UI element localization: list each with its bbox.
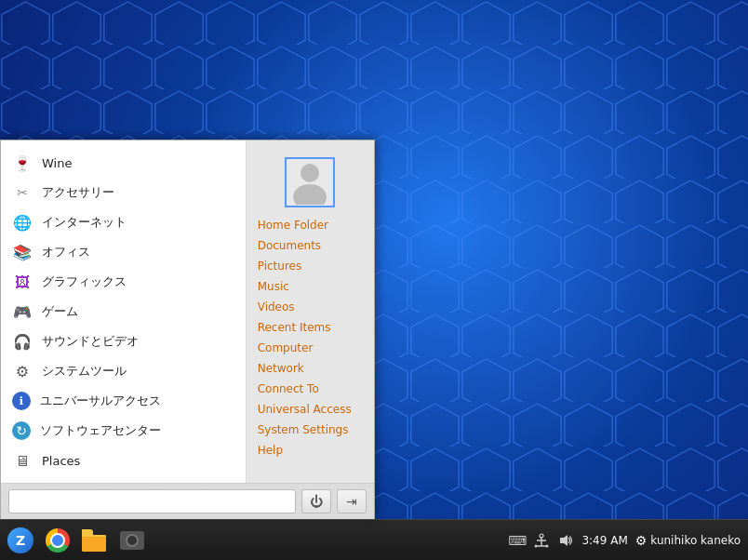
software-icon: ↻ bbox=[12, 421, 31, 440]
zorin-icon: Z bbox=[7, 527, 33, 553]
app-label-internet: インターネット bbox=[42, 214, 127, 231]
place-item-music[interactable]: Music bbox=[247, 276, 374, 297]
app-item-sound[interactable]: 🎧 サウンドとビデオ bbox=[1, 327, 246, 356]
user-avatar-area bbox=[247, 148, 374, 215]
power-button[interactable]: ⏻ bbox=[301, 489, 331, 513]
graphics-icon: 🖼 bbox=[12, 272, 33, 292]
webcam-icon bbox=[120, 531, 144, 550]
app-label-software: ソフトウェアセンター bbox=[40, 422, 161, 439]
app-label-wine: Wine bbox=[42, 156, 72, 170]
avatar-person-svg bbox=[291, 160, 328, 205]
place-item-videos[interactable]: Videos bbox=[247, 297, 374, 317]
svg-marker-8 bbox=[560, 535, 568, 546]
app-item-graphics[interactable]: 🖼 グラフィックス bbox=[1, 267, 246, 297]
app-item-office[interactable]: 📚 オフィス bbox=[1, 237, 246, 267]
logout-icon: ⇥ bbox=[346, 494, 357, 509]
app-label-accessories: アクセサリー bbox=[42, 184, 114, 201]
logout-button[interactable]: ⇥ bbox=[337, 489, 367, 513]
sound-icon-taskbar[interactable] bbox=[557, 532, 574, 549]
app-item-accessories[interactable]: ✂ アクセサリー bbox=[1, 178, 246, 207]
taskbar-right: ⌨ 3:49 AM ⚙ kunihiko kaneko bbox=[509, 532, 748, 549]
taskbar-app-zorin[interactable]: Z bbox=[4, 524, 37, 557]
taskbar-settings[interactable]: ⚙ kunihiko kaneko bbox=[635, 533, 741, 548]
taskbar-app-chrome[interactable] bbox=[41, 524, 74, 557]
search-input[interactable] bbox=[8, 489, 296, 513]
place-item-home-folder[interactable]: Home Folder bbox=[247, 215, 374, 235]
start-menu: 🍷 Wine ✂ アクセサリー 🌐 インターネット 📚 オフィス 🖼 グラフィッ… bbox=[0, 140, 375, 519]
chrome-icon bbox=[46, 528, 70, 553]
office-icon: 📚 bbox=[12, 242, 33, 262]
sound-icon: 🎧 bbox=[12, 331, 33, 352]
app-item-internet[interactable]: 🌐 インターネット bbox=[1, 207, 246, 237]
network-svg bbox=[534, 533, 549, 548]
place-item-documents[interactable]: Documents bbox=[247, 235, 374, 256]
svg-point-0 bbox=[301, 164, 319, 182]
place-item-universal-access[interactable]: Universal Access bbox=[247, 399, 374, 420]
app-label-system: システムツール bbox=[42, 363, 127, 380]
settings-gear-icon: ⚙ bbox=[635, 533, 648, 548]
taskbar: Z ⌨ bbox=[0, 519, 748, 560]
app-item-software[interactable]: ↻ ソフトウェアセンター bbox=[1, 416, 246, 446]
taskbar-left: Z bbox=[0, 524, 149, 557]
user-avatar[interactable] bbox=[285, 157, 335, 207]
accessories-icon: ✂ bbox=[12, 182, 33, 203]
taskbar-app-webcam[interactable] bbox=[115, 524, 149, 557]
app-item-places[interactable]: 🖥 Places bbox=[1, 446, 246, 475]
app-label-sound: サウンドとビデオ bbox=[42, 333, 139, 350]
keyboard-icon[interactable]: ⌨ bbox=[509, 532, 526, 549]
place-item-recent-items[interactable]: Recent Items bbox=[247, 317, 374, 338]
places-panel: Home Folder Documents Pictures Music Vid… bbox=[247, 140, 374, 483]
taskbar-time: 3:49 AM bbox=[581, 534, 627, 547]
files-icon bbox=[82, 529, 108, 552]
app-item-system[interactable]: ⚙ システムツール bbox=[1, 356, 246, 386]
games-icon: 🎮 bbox=[12, 301, 33, 322]
internet-icon: 🌐 bbox=[12, 212, 33, 233]
apps-panel: 🍷 Wine ✂ アクセサリー 🌐 インターネット 📚 オフィス 🖼 グラフィッ… bbox=[1, 140, 247, 483]
wine-icon: 🍷 bbox=[12, 153, 33, 173]
app-label-graphics: グラフィックス bbox=[42, 273, 127, 290]
app-label-office: オフィス bbox=[42, 244, 90, 260]
place-item-pictures[interactable]: Pictures bbox=[247, 256, 374, 276]
svg-point-5 bbox=[540, 534, 543, 538]
place-item-computer[interactable]: Computer bbox=[247, 338, 374, 358]
app-label-places: Places bbox=[42, 454, 80, 468]
start-menu-body: 🍷 Wine ✂ アクセサリー 🌐 インターネット 📚 オフィス 🖼 グラフィッ… bbox=[1, 140, 374, 483]
taskbar-username: kunihiko kaneko bbox=[650, 534, 741, 547]
place-item-help[interactable]: Help bbox=[247, 440, 374, 460]
app-item-wine[interactable]: 🍷 Wine bbox=[1, 148, 246, 178]
svg-point-1 bbox=[293, 184, 327, 205]
svg-point-6 bbox=[535, 544, 538, 547]
places-icon: 🖥 bbox=[12, 450, 33, 471]
app-item-universal[interactable]: ℹ ユニバーサルアクセス bbox=[1, 386, 246, 416]
svg-point-7 bbox=[546, 544, 549, 547]
place-item-connect-to[interactable]: Connect To bbox=[247, 379, 374, 399]
sound-svg bbox=[558, 533, 573, 548]
start-menu-bottom: ⏻ ⇥ bbox=[1, 483, 374, 519]
app-label-universal: ユニバーサルアクセス bbox=[40, 393, 161, 409]
taskbar-app-files[interactable] bbox=[78, 524, 112, 557]
app-item-games[interactable]: 🎮 ゲーム bbox=[1, 297, 246, 327]
system-icon: ⚙ bbox=[12, 361, 33, 381]
power-icon: ⏻ bbox=[310, 494, 323, 509]
network-icon[interactable] bbox=[533, 532, 550, 549]
universal-icon: ℹ bbox=[12, 392, 31, 410]
place-item-system-settings[interactable]: System Settings bbox=[247, 420, 374, 440]
place-item-network[interactable]: Network bbox=[247, 358, 374, 379]
app-label-games: ゲーム bbox=[42, 303, 78, 320]
